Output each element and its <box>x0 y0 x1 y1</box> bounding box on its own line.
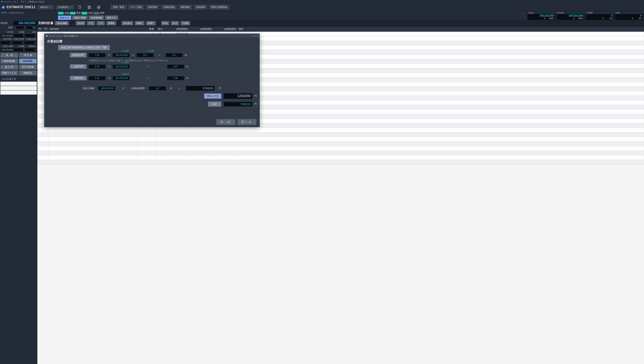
calc-label-lower: 下限の率 <box>70 76 86 80</box>
legend-cost[interactable]: 原価 <box>58 12 69 15</box>
calc-lower-a[interactable]: 4.34 <box>89 76 106 80</box>
calc-main-b[interactable]: 165,520,850 <box>113 53 130 57</box>
table-row[interactable] <box>37 146 644 151</box>
mode-parts-input[interactable]: 部材入力 <box>58 16 71 20</box>
tb-edit-name[interactable]: 内訳名編集 <box>55 21 69 25</box>
exmenu-dropdown[interactable]: EXMENU▼ <box>56 5 74 10</box>
metric-expense: 経費 0 00% <box>615 12 643 20</box>
tb-mid-total[interactable]: 中 計 <box>87 21 95 25</box>
direct-cost-val: 165,520,850 <box>98 86 115 90</box>
window-minimize-icon[interactable] <box>252 35 253 37</box>
calc-upper-b[interactable]: 165,520,850 <box>113 65 130 69</box>
sidebar-rate-label: 掛率： <box>8 26 15 29</box>
project-date: 令和4年8月25日 <box>8 12 24 14</box>
tb-delete[interactable]: 削 除 <box>161 21 169 25</box>
calc-lower-b[interactable]: 165,520,850 <box>113 76 130 80</box>
metric-boxes: 内訳計 165,520,850 0100% 材料費 165,520,850 01… <box>527 11 643 20</box>
top-btn-6[interactable]: 間接工事費登録 <box>209 5 230 10</box>
tb-total-line[interactable]: 合計線 <box>76 21 86 25</box>
calc-lower-res: 2.98 <box>167 76 184 80</box>
calc-upper-res: 3.97 <box>167 65 184 69</box>
tb-tax[interactable]: 消費税 <box>106 21 116 25</box>
legend-standard[interactable]: 標準 <box>94 12 104 15</box>
metric-breakdown-total: 内訳計 165,520,850 0100% <box>527 12 555 20</box>
tb-move-down[interactable]: 下移動 <box>180 21 190 25</box>
sb-btn-breakdown[interactable]: 内 訳 書 <box>19 53 37 58</box>
table-row[interactable] <box>37 142 644 146</box>
print-button[interactable] <box>95 5 102 10</box>
table-row[interactable] <box>37 160 644 164</box>
calc-upper-a[interactable]: 5.78 <box>89 65 106 69</box>
legend-weight[interactable]: 重量 <box>70 12 81 15</box>
sidebar-rate-a: 0 <box>16 26 26 29</box>
save-button[interactable] <box>86 5 93 10</box>
sidebar: 総合計 165,520,850 掛率： 0 0% 材料費 労務費 経費 165,… <box>0 20 37 364</box>
total-val: 7085229 <box>224 102 252 107</box>
window-title-bar: エスティメイト・ダクト 工事版[not regist]2 <box>0 0 644 4</box>
brand: ESTIMATE DXE11 <box>1 5 36 9</box>
brand-logo-icon <box>1 5 5 9</box>
table-row[interactable] <box>37 155 644 160</box>
sidebar-rate-b: 0% <box>27 26 36 29</box>
top-btn-0[interactable]: 見積一覧表 <box>110 5 127 10</box>
rate-val[interactable]: 3.5 <box>149 86 166 90</box>
dialog-heading: 共通仮設費 <box>47 40 257 44</box>
legend-spec[interactable]: 仕様 <box>82 12 93 15</box>
total-label-button: 合計 <box>208 102 221 107</box>
table-row[interactable] <box>37 151 644 155</box>
product-val: 5793229 <box>186 86 215 91</box>
condition-pill[interactable]: 新営工事 10000000以上の場合の上限・下限 <box>58 45 110 50</box>
sidebar-tree-item[interactable]: 給水設備工事 <box>0 77 37 82</box>
window-close-icon[interactable] <box>257 35 258 37</box>
metric-labor: 労務費 0 00% <box>586 12 614 20</box>
sb-btn-settings[interactable]: 各種設定 <box>19 70 37 76</box>
sidebar-total-value: 165,520,850 <box>14 21 36 25</box>
calc-main-a[interactable]: 7.56 <box>89 53 106 57</box>
sb-btn-related-files[interactable]: 関連ファイル <box>0 70 18 76</box>
sb-btn-quantity-report[interactable]: 数量調書 <box>19 59 37 64</box>
app-header: ESTIMATE DXE11 MENU1▼ EXMENU▼ 見積一覧表 ダクト登… <box>0 4 644 11</box>
brand-text: ESTIMATE DXE11 <box>6 5 36 9</box>
table-row[interactable] <box>37 132 644 137</box>
post-button[interactable]: 転 記 <box>216 119 236 125</box>
tb-level-down[interactable]: 階層下 <box>146 21 156 25</box>
top-btn-5[interactable]: 保温登録 <box>194 5 208 10</box>
mode-legal-welfare[interactable]: 法定福利費 <box>88 16 104 20</box>
mode-indirect-cost[interactable]: 間接工事費 <box>72 16 88 20</box>
close-button[interactable]: 閉じる <box>237 119 256 125</box>
menu1-dropdown[interactable]: MENU1▼ <box>37 5 54 10</box>
sb-btn-cover[interactable]: 表 紙 <box>0 53 18 58</box>
window-maximize-icon[interactable] <box>254 35 256 37</box>
calc-main-c[interactable]: 10.3 <box>137 53 154 57</box>
calc-label-main: 算定式の率 <box>70 53 86 57</box>
table-row[interactable] <box>37 137 644 142</box>
metric-material: 材料費 165,520,850 0100% <box>556 12 584 20</box>
sb-btn-estimate-detail[interactable]: 積算明細書 <box>0 59 18 64</box>
svg-rect-3 <box>89 6 90 7</box>
table-header: No FG 内訳名称 数量 単位 金額(階層1) 金額(階層2) 金額(階層3)… <box>37 27 644 32</box>
new-document-button[interactable] <box>76 5 83 10</box>
top-btn-4[interactable]: 鋼材登録 <box>178 5 192 10</box>
sb-btn-summary[interactable]: 集 計 表 <box>0 65 18 70</box>
top-btn-2[interactable]: 管材登録 <box>146 5 160 10</box>
stack-button[interactable]: 積み上げ分 <box>204 94 221 99</box>
tb-insert[interactable]: 割 込 <box>171 21 179 25</box>
sb-btn-exec-budget[interactable]: 実行予算書 <box>19 65 37 70</box>
table-row[interactable] <box>37 128 644 132</box>
svg-point-8 <box>46 35 48 37</box>
sidebar-blank-row <box>0 86 37 90</box>
tb-sub-total[interactable]: 小 計 <box>97 21 105 25</box>
mode-normal-input[interactable]: 通常入力 <box>105 16 118 20</box>
project-code: 52005 <box>1 12 7 14</box>
tb-heading[interactable]: 項目見出 <box>122 21 133 25</box>
app-logo-icon <box>1 1 3 3</box>
top-btn-1[interactable]: ダクト登録 <box>128 5 144 10</box>
chevron-down-icon: ▼ <box>70 6 71 8</box>
chevron-down-icon: ▼ <box>50 6 51 8</box>
calc-label-upper: 上限の率 <box>70 64 86 69</box>
tb-level-up[interactable]: 階層上 <box>135 21 144 25</box>
dialog-title-bar[interactable]: エスティメイト EX11 部材入力 <box>44 34 260 38</box>
dialog-logo-icon <box>46 35 48 37</box>
top-btn-3[interactable]: 付属品登録 <box>161 5 177 10</box>
common-temp-cost-dialog: エスティメイト EX11 部材入力 共通仮設費 新営工事 10000000以上の… <box>44 34 260 127</box>
